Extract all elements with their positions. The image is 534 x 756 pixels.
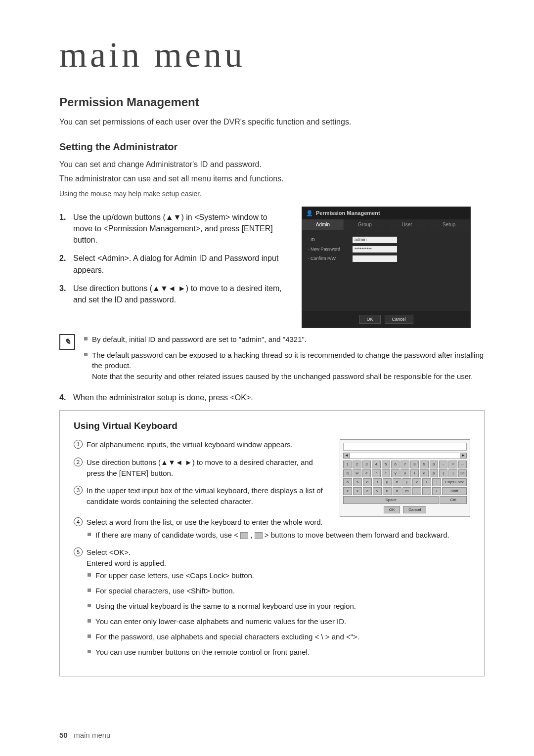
tab-user[interactable]: User [386,219,428,230]
id-label: · ID [308,237,353,242]
key-del[interactable]: Del [458,469,467,477]
key-l[interactable]: l [422,478,431,486]
key-0[interactable]: 0 [430,461,438,468]
step-3: Use direction buttons (▲▼◄ ►) to move to… [59,283,287,305]
key-8[interactable]: 8 [410,461,419,468]
key-m[interactable]: m [402,487,411,495]
key-x[interactable]: x [353,487,362,495]
tip-number-buttons: You can use number buttons on the remote… [87,647,470,657]
key-capslock[interactable]: Caps Lock [442,478,467,486]
footer-text: main menu [74,731,110,739]
key-5[interactable]: 5 [382,461,390,468]
key-h[interactable]: h [393,478,401,486]
kbd-cancel-button[interactable]: Cancel [403,506,426,513]
key-7[interactable]: 7 [400,461,409,468]
vk-step-1: For alphanumeric inputs, the virtual key… [74,439,330,450]
key-k[interactable]: k [412,478,421,486]
kbd-row-1: 1 2 3 4 5 6 7 8 9 0 - = ← [343,461,467,468]
tip-region: Using the virtual keyboard is the same t… [87,601,470,611]
key-semicolon[interactable]: ; [432,478,441,486]
key-9[interactable]: 9 [420,461,428,468]
dvr-cancel-button[interactable]: Cancel [385,315,413,324]
kbd-keys: 1 2 3 4 5 6 7 8 9 0 - = ← [343,461,467,504]
key-s[interactable]: s [353,478,362,486]
vk-step-4-sub: If there are many of candidate words, us… [87,530,470,540]
key-u[interactable]: u [400,469,409,477]
key-c[interactable]: c [363,487,372,495]
key-v[interactable]: v [373,487,382,495]
person-icon: 👤 [306,210,313,216]
key-n[interactable]: n [393,487,401,495]
confirm-input[interactable] [353,255,397,262]
key-d[interactable]: d [363,478,372,486]
key-period[interactable]: . [422,487,431,495]
key-4[interactable]: 4 [372,461,380,468]
tab-admin[interactable]: Admin [302,219,344,230]
dvr-id-row: · ID admin [308,237,464,243]
virtual-keyboard-screenshot: ◄ ► 1 2 3 4 5 6 7 8 9 0 [340,439,470,517]
key-z[interactable]: z [343,487,352,495]
key-e[interactable]: e [362,469,371,477]
newpw-input[interactable]: ********** [353,246,397,252]
key-equals[interactable]: = [448,461,457,468]
dvr-newpw-row: · New Password ********** [308,246,464,252]
section-intro: You can set permissions of each user ove… [59,116,485,127]
key-q[interactable]: q [343,469,352,477]
key-g[interactable]: g [383,478,392,486]
vk-step-4-sub-item: If there are many of candidate words, us… [87,530,470,540]
manual-page: main menu Permission Management You can … [0,0,534,756]
key-lbracket[interactable]: [ [439,469,447,477]
key-shift[interactable]: Shift [442,487,467,495]
tip-password: For the password, use alphabets and spec… [87,631,470,642]
vk-steps-cont: Select a word from the list, or use the … [74,517,470,657]
footer-sep: _ [68,731,72,739]
kbd-text-input[interactable] [343,443,467,451]
note-row: ✎ By default, initial ID and password ar… [59,334,485,387]
candidate-left-arrow[interactable]: ◄ [343,453,350,459]
key-1[interactable]: 1 [343,461,352,468]
scroll-right-icon [255,532,263,539]
admin-steps-col: Use the up/down buttons (▲▼) in <System>… [59,207,287,312]
kbd-row-5: Space Ctrl [343,496,467,504]
admin-step-4-list: When the administrator setup is done, pr… [59,392,485,403]
key-p[interactable]: p [430,469,438,477]
kbd-row-3: a s d f g h j k l ; Caps Lock [343,478,467,486]
candidate-right-arrow[interactable]: ► [460,453,467,459]
kbd-ok-button[interactable]: OK [384,506,400,513]
key-o[interactable]: o [420,469,428,477]
key-comma[interactable]: , [412,487,421,495]
vk-step-4-text: Select a word from the list, or use the … [87,518,323,526]
key-2[interactable]: 2 [353,461,361,468]
key-minus[interactable]: - [439,461,447,468]
key-w[interactable]: w [353,469,361,477]
key-3[interactable]: 3 [362,461,371,468]
id-input[interactable]: admin [353,237,397,243]
key-space[interactable]: Space [343,496,439,504]
key-a[interactable]: a [343,478,352,486]
key-rbracket[interactable]: ] [448,469,457,477]
key-f[interactable]: f [373,478,382,486]
key-i[interactable]: i [410,469,419,477]
key-j[interactable]: j [402,478,411,486]
candidate-list[interactable] [350,453,460,459]
tab-group[interactable]: Group [344,219,386,230]
vk-step-5a: Select <OK>. [87,548,131,556]
key-y[interactable]: y [391,469,400,477]
kbd-row-2: q w e r t y u i o p [ ] Del [343,469,467,477]
key-b[interactable]: b [383,487,392,495]
kbd-row-4: z x c v b n m , . / Shift [343,487,467,495]
key-backspace[interactable]: ← [458,461,467,468]
key-6[interactable]: 6 [391,461,400,468]
vk-step-2: Use direction buttons (▲▼◄ ►) to move to… [74,457,330,479]
vk-steps: For alphanumeric inputs, the virtual key… [74,439,330,507]
key-ctrl[interactable]: Ctrl [440,496,467,504]
page-footer: 50_ main menu [59,731,110,739]
key-t[interactable]: t [382,469,390,477]
dvr-ok-button[interactable]: OK [359,315,380,324]
dvr-permission-screenshot: 👤 Permission Management Admin Group User… [302,207,471,328]
key-slash[interactable]: / [432,487,441,495]
scroll-left-icon [240,532,248,539]
key-r[interactable]: r [372,469,380,477]
tab-setup[interactable]: Setup [428,219,470,230]
virtual-keyboard-box: Using Virtual Keyboard For alphanumeric … [59,410,485,676]
